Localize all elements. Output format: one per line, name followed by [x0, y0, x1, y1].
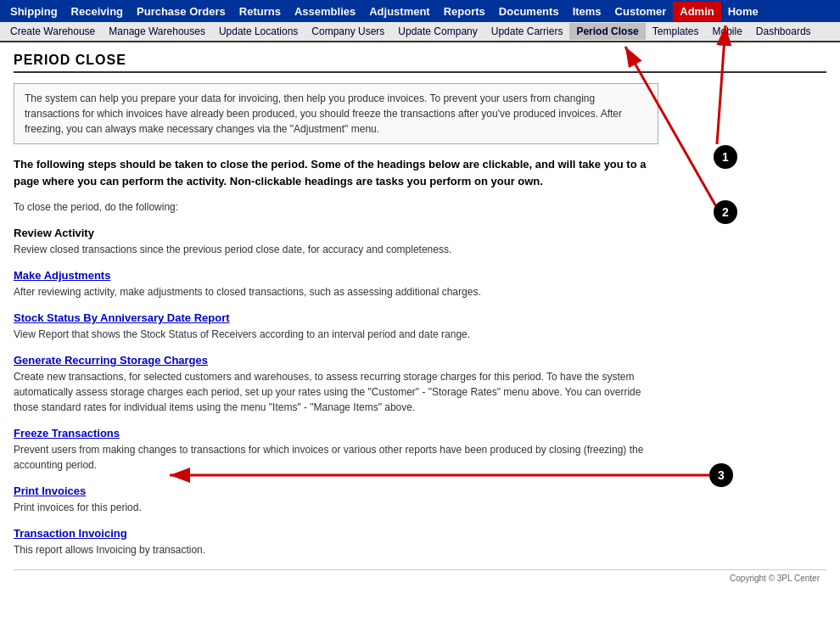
section-desc-5: Print invoices for this period. — [14, 500, 658, 515]
bold-intro-text: The following steps should be taken to c… — [14, 156, 658, 189]
top-nav-item-adjustment[interactable]: Adjustment — [362, 2, 437, 21]
sub-nav-item-dashboards[interactable]: Dashboards — [749, 23, 818, 40]
section-4: Freeze TransactionsPrevent users from ma… — [14, 427, 826, 473]
page-wrapper: ShippingReceivingPurchase OrdersReturnsA… — [0, 0, 840, 597]
section-desc-2: View Report that shows the Stock Status … — [14, 327, 658, 342]
top-nav-item-customer[interactable]: Customer — [608, 2, 674, 21]
section-desc-6: This report allows Invoicing by transact… — [14, 542, 658, 557]
section-1: Make AdjustmentsAfter reviewing activity… — [14, 269, 826, 300]
sub-nav: Create WarehouseManage WarehousesUpdate … — [0, 22, 840, 42]
intro-text: To close the period, do the following: — [14, 201, 826, 213]
sub-nav-item-manage-warehouses[interactable]: Manage Warehouses — [102, 23, 212, 40]
top-nav-item-documents[interactable]: Documents — [492, 2, 566, 21]
section-2: Stock Status By Anniversary Date ReportV… — [14, 311, 826, 342]
section-6: Transaction InvoicingThis report allows … — [14, 527, 826, 557]
section-desc-0: Review closed transactions since the pre… — [14, 242, 658, 257]
section-0: Review ActivityReview closed transaction… — [14, 227, 826, 257]
section-desc-3: Create new transactions, for selected cu… — [14, 369, 658, 415]
section-title-4[interactable]: Freeze Transactions — [14, 427, 826, 440]
top-nav-item-home[interactable]: Home — [721, 2, 765, 21]
section-3: Generate Recurring Storage ChargesCreate… — [14, 354, 826, 415]
info-box-text: The system can help you prepare your dat… — [25, 92, 622, 135]
sections-container: Review ActivityReview closed transaction… — [14, 227, 826, 557]
top-nav-item-returns[interactable]: Returns — [232, 2, 288, 21]
top-nav-item-admin[interactable]: Admin — [673, 2, 720, 21]
section-5: Print InvoicesPrint invoices for this pe… — [14, 485, 826, 515]
top-nav-item-items[interactable]: Items — [566, 2, 608, 21]
section-title-2[interactable]: Stock Status By Anniversary Date Report — [14, 311, 826, 324]
section-title-0: Review Activity — [14, 227, 826, 239]
sub-nav-item-update-locations[interactable]: Update Locations — [212, 23, 305, 40]
section-desc-1: After reviewing activity, make adjustmen… — [14, 284, 658, 300]
top-nav: ShippingReceivingPurchase OrdersReturnsA… — [0, 0, 840, 22]
top-nav-item-assemblies[interactable]: Assemblies — [288, 2, 362, 21]
top-nav-item-shipping[interactable]: Shipping — [3, 2, 64, 21]
sub-nav-item-update-carriers[interactable]: Update Carriers — [484, 23, 570, 40]
sub-nav-item-period-close[interactable]: Period Close — [569, 23, 645, 40]
section-title-6[interactable]: Transaction Invoicing — [14, 527, 826, 540]
section-title-1[interactable]: Make Adjustments — [14, 269, 826, 282]
main-content: Period Close The system can help you pre… — [0, 42, 840, 597]
sub-nav-item-company-users[interactable]: Company Users — [305, 23, 391, 40]
copyright: Copyright © 3PL Center — [14, 569, 826, 586]
top-nav-item-purchase-orders[interactable]: Purchase Orders — [130, 2, 232, 21]
top-nav-item-receiving[interactable]: Receiving — [64, 2, 130, 21]
page-title: Period Close — [14, 53, 826, 73]
sub-nav-item-templates[interactable]: Templates — [646, 23, 706, 40]
sub-nav-item-update-company[interactable]: Update Company — [391, 23, 484, 40]
section-title-5[interactable]: Print Invoices — [14, 485, 826, 497]
sub-nav-item-mobile[interactable]: Mobile — [706, 23, 749, 40]
sub-nav-item-create-warehouse[interactable]: Create Warehouse — [3, 23, 102, 40]
section-title-3[interactable]: Generate Recurring Storage Charges — [14, 354, 826, 367]
section-desc-4: Prevent users from making changes to tra… — [14, 442, 658, 473]
info-box: The system can help you prepare your dat… — [14, 83, 658, 144]
top-nav-item-reports[interactable]: Reports — [437, 2, 492, 21]
